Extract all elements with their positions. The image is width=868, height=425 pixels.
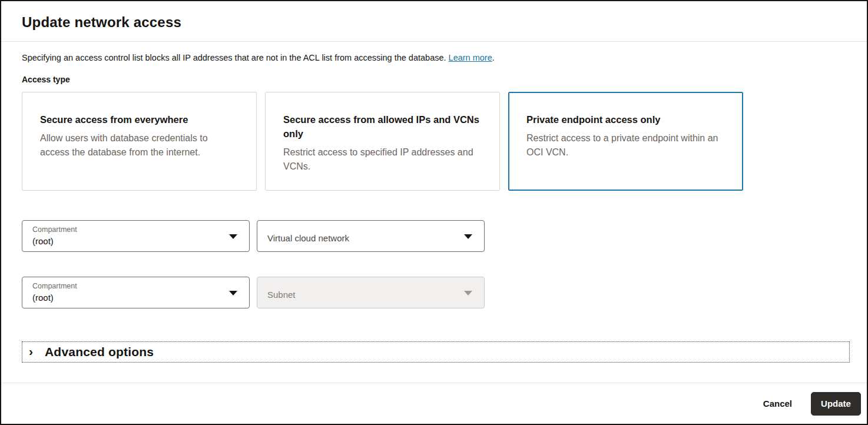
description-text: Specifying an access control list blocks… xyxy=(22,53,847,62)
access-card-description: Allow users with database credentials to… xyxy=(40,131,238,160)
subnet-select[interactable]: Subnet xyxy=(257,277,485,308)
description-main: Specifying an access control list blocks… xyxy=(22,53,446,62)
update-button[interactable]: Update xyxy=(811,392,861,416)
dialog-body: Specifying an access control list blocks… xyxy=(1,42,867,383)
vcn-compartment-select[interactable]: Compartment (root) xyxy=(22,220,250,252)
access-card-title: Private endpoint access only xyxy=(526,112,725,127)
access-type-label: Access type xyxy=(22,75,847,84)
subnet-row: Compartment (root) Subnet xyxy=(22,277,847,308)
select-placeholder: Virtual cloud network xyxy=(267,233,460,243)
description-period: . xyxy=(492,53,495,62)
select-placeholder: Subnet xyxy=(267,290,460,300)
vcn-row: Compartment (root) Virtual cloud network xyxy=(22,220,847,252)
learn-more-link[interactable]: Learn more xyxy=(449,53,492,62)
dialog-footer: Cancel Update xyxy=(1,383,867,424)
virtual-cloud-network-select[interactable]: Virtual cloud network xyxy=(257,220,485,252)
chevron-down-icon xyxy=(464,291,472,295)
access-card-allowed-ips[interactable]: Secure access from allowed IPs and VCNs … xyxy=(265,92,500,191)
select-floating-label: Compartment xyxy=(32,225,226,235)
update-network-access-dialog: Update network access Specifying an acce… xyxy=(0,0,868,425)
chevron-right-icon: › xyxy=(22,345,45,359)
access-card-description: Restrict access to a private endpoint wi… xyxy=(526,131,725,160)
access-type-cards: Secure access from everywhere Allow user… xyxy=(22,92,847,191)
subnet-compartment-select[interactable]: Compartment (root) xyxy=(22,277,250,308)
chevron-down-icon xyxy=(229,291,237,295)
chevron-down-icon xyxy=(464,234,472,239)
access-card-title: Secure access from allowed IPs and VCNs … xyxy=(283,112,482,141)
dialog-header: Update network access xyxy=(1,1,867,42)
chevron-down-icon xyxy=(229,234,237,239)
select-floating-label: Compartment xyxy=(32,281,226,291)
cancel-button[interactable]: Cancel xyxy=(754,393,801,414)
access-card-private-endpoint[interactable]: Private endpoint access only Restrict ac… xyxy=(508,92,743,191)
advanced-options-expander[interactable]: › Advanced options xyxy=(22,341,850,363)
advanced-options-label: Advanced options xyxy=(45,345,154,359)
access-card-title: Secure access from everywhere xyxy=(40,112,238,127)
dialog-title: Update network access xyxy=(22,14,846,31)
access-card-description: Restrict access to specified IP addresse… xyxy=(283,145,482,174)
access-card-everywhere[interactable]: Secure access from everywhere Allow user… xyxy=(22,92,257,191)
select-value: (root) xyxy=(32,235,226,247)
select-value: (root) xyxy=(32,291,226,304)
